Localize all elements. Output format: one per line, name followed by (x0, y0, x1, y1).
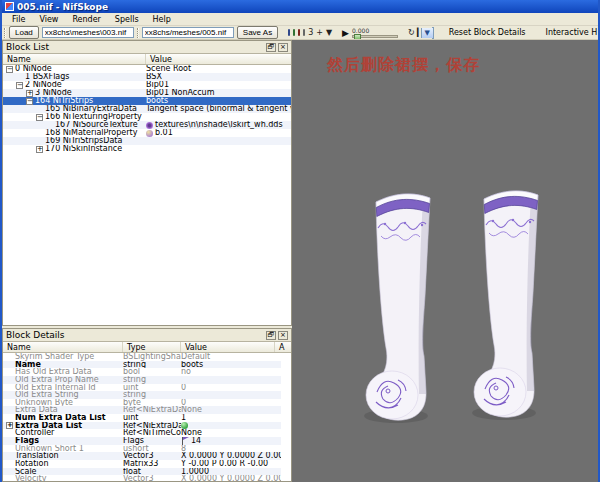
block-value: textures\n\nshade\lskirt_wh.dds (155, 121, 283, 129)
loop-icon[interactable]: ↻ (408, 27, 415, 38)
detail-value-cell: 1 (181, 414, 281, 422)
block-details-column-headers: Name Type Value A (3, 342, 291, 353)
menu-item-help[interactable]: Help (147, 14, 177, 25)
tree-row[interactable]: +170 NiSkinInstance (3, 145, 291, 153)
block-details-rows: Skyrim Shader TypeBSLightingSha…DefaultN… (3, 353, 281, 481)
detail-row[interactable]: Skyrim Shader TypeBSLightingSha…Default (3, 353, 281, 361)
detail-row[interactable]: TranslationVector3X 0.0000 Y 0.0000 Z 0.… (3, 452, 281, 460)
menu-item-render[interactable]: Render (66, 14, 106, 25)
save-as-button[interactable]: Save As (237, 26, 278, 39)
walk-icon[interactable]: 𝟥 (308, 27, 313, 38)
detail-row[interactable]: Unknown Short 1ushort8 (3, 445, 281, 453)
toolbar-grip[interactable] (4, 28, 6, 38)
view-toggle-red-icon[interactable] (298, 29, 300, 36)
detail-value-cell: 14 (181, 437, 281, 445)
title-bar[interactable]: 005.nif - NifSkope (2, 0, 598, 13)
menu-item-file[interactable]: File (6, 14, 31, 25)
detail-row[interactable]: Old Extra Stringstring (3, 391, 281, 399)
anim-slider-groove[interactable] (352, 35, 398, 38)
expand-icon[interactable]: + (6, 422, 13, 429)
block-value: Bip01 NonAccum (146, 89, 214, 97)
detail-name-cell: Unknown Byte (3, 399, 123, 407)
detail-row[interactable]: +Extra Data ListRef<NiExtraDa… (3, 422, 281, 430)
column-value[interactable]: Value (146, 54, 291, 64)
load-button[interactable]: Load (9, 26, 39, 39)
tree-row[interactable]: 165 NiBinaryExtraDataTangent space (bino… (3, 105, 291, 113)
tree-row[interactable]: −2 NiNodeBip01 (3, 81, 291, 89)
detail-name-cell: Old Extra Prop Name (3, 376, 123, 384)
block-value: boots (146, 97, 168, 105)
column-name[interactable]: Name (3, 342, 123, 352)
move-icon[interactable]: + (316, 27, 323, 38)
boot-mesh-left[interactable] (364, 194, 430, 423)
anim-select[interactable]: ▼ (432, 27, 434, 39)
detail-row[interactable]: Extra DataRef<NiExtraDa…None (3, 406, 281, 414)
detail-row[interactable]: Old Extra Internal Iduint0 (3, 384, 281, 392)
detail-row[interactable]: Namestringboots (3, 361, 281, 369)
menu-item-spells[interactable]: Spells (109, 14, 145, 25)
toolbar-grip[interactable] (137, 28, 139, 38)
play-icon[interactable]: ▶ (342, 27, 349, 38)
expand-icon[interactable]: + (36, 146, 43, 153)
tree-row-name-cell: +3 NiNode (3, 89, 146, 97)
view-toggle-blue-icon[interactable] (288, 29, 290, 36)
detail-row[interactable]: Has Old Extra Databoolno (3, 368, 281, 376)
source-file-input[interactable] (42, 27, 134, 38)
tree-row[interactable]: +3 NiNodeBip01 NonAccum (3, 89, 291, 97)
reset-block-details-button[interactable]: Reset Block Details (444, 27, 531, 38)
detail-row[interactable]: VelocityVector3X 0.0000 Y 0.0000 Z 0.000… (3, 475, 281, 481)
tree-row-name-cell: +170 NiSkinInstance (3, 145, 146, 153)
tree-row[interactable]: −164 NiTriStripsboots (3, 97, 291, 105)
tree-row[interactable]: 169 NiTriStripsData (3, 137, 291, 145)
chevron-down-icon[interactable]: ▼ (421, 28, 433, 38)
tree-row[interactable]: 1 BSXFlagsBSX (3, 73, 291, 81)
collapse-icon[interactable]: − (26, 98, 33, 105)
column-value[interactable]: Value (181, 342, 275, 352)
block-list-header[interactable]: Block List 🗗 × (3, 41, 291, 54)
column-type[interactable]: Type (123, 342, 181, 352)
block-details-header[interactable]: Block Details 🗗 × (3, 329, 291, 342)
tree-row[interactable]: −166 NiTexturingProperty (3, 113, 291, 121)
chevron-down-icon[interactable]: ▼ (326, 27, 332, 38)
detail-name-cell: Translation (3, 452, 123, 460)
column-name[interactable]: Name (3, 54, 146, 64)
render-viewport[interactable]: 然后删除裙摆，保存 (292, 40, 598, 482)
anim-slider[interactable]: 0.000 (352, 28, 398, 38)
tree-row[interactable]: 167 NiSourceTexturetextures\n\nshade\lsk… (3, 121, 291, 129)
collapse-icon[interactable]: − (16, 82, 23, 89)
block-list-panel: Block List 🗗 × Name Value −0 NiNodeScene… (2, 40, 292, 326)
tree-row-name-cell: 167 NiSourceTexture (3, 121, 146, 129)
close-panel-icon[interactable]: × (278, 43, 288, 52)
block-name: 2 NiNode (25, 81, 62, 89)
detail-row[interactable]: Num Extra Data Listuint1 (3, 414, 281, 422)
target-file-input[interactable] (142, 27, 234, 38)
detail-row[interactable]: FlagsFlags14 (3, 437, 281, 445)
interactive-help-button[interactable]: Interactive H (541, 27, 598, 38)
block-name: 164 NiTriStrips (35, 97, 93, 105)
detail-row[interactable]: Old Extra Prop Namestring (3, 376, 281, 384)
collapse-icon[interactable]: − (36, 114, 43, 121)
detail-row[interactable]: RotationMatrix33Y -0.00 P 0.00 R -0.00 (3, 460, 281, 468)
close-panel-icon[interactable]: × (278, 331, 288, 340)
menu-item-view[interactable]: View (33, 14, 64, 25)
detail-type: string (123, 391, 181, 399)
float-panel-icon[interactable]: 🗗 (266, 43, 276, 52)
boot-mesh-right[interactable] (472, 191, 538, 420)
column-argument[interactable]: A (275, 342, 291, 352)
detail-row[interactable]: Unknown Bytebyte0 (3, 399, 281, 407)
view-toggle-green-icon[interactable] (293, 29, 295, 36)
detail-row[interactable]: ControllerRef<NiTimeCon…None (3, 429, 281, 437)
block-value: Tangent space (binormal & tangent vector… (146, 105, 291, 113)
detail-name: Num Extra Data List (15, 414, 106, 422)
detail-row[interactable]: Scalefloat1.0000 (3, 468, 281, 476)
collapse-icon[interactable]: − (6, 66, 13, 73)
detail-type: byte (123, 399, 181, 407)
detail-name-cell: Name (3, 361, 123, 369)
tree-row[interactable]: −0 NiNodeScene Root (3, 65, 291, 73)
anim-slider-thumb[interactable] (354, 34, 361, 40)
tree-row[interactable]: 168 NiMaterialPropertyb.01 (3, 129, 291, 137)
float-panel-icon[interactable]: 🗗 (266, 331, 276, 340)
view-toggle-gray-icon[interactable] (303, 29, 305, 36)
detail-value: Default (181, 353, 210, 361)
expand-icon[interactable]: + (26, 90, 33, 97)
